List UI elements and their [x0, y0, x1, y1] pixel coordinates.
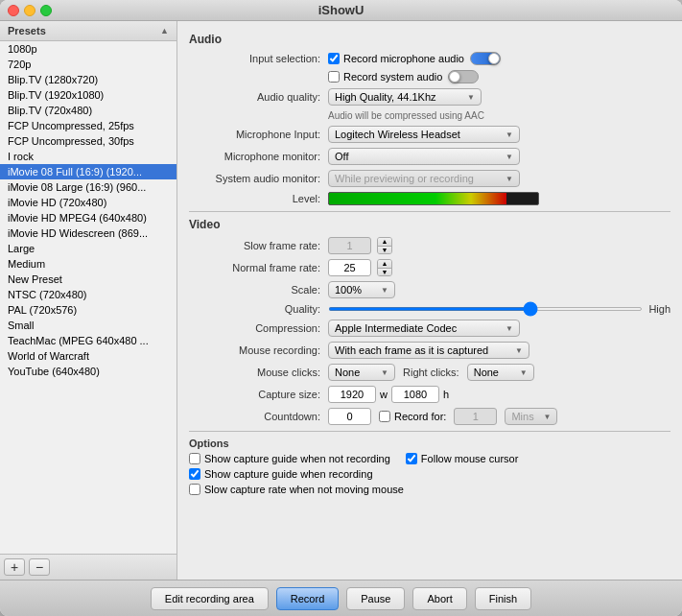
slow-frame-input[interactable]: [328, 237, 371, 254]
slow-frame-stepper[interactable]: ▲ ▼: [377, 237, 392, 254]
mic-input-value: Logitech Wireless Headset: [335, 129, 460, 140]
follow-mouse-cursor-checkbox[interactable]: [406, 453, 417, 464]
list-item[interactable]: Medium: [0, 256, 176, 272]
record-system-label: Record system audio: [343, 71, 442, 83]
minimize-button[interactable]: [24, 5, 35, 16]
system-audio-monitor-value: While previewing or recording: [335, 173, 474, 184]
capture-size-control: w h: [328, 386, 670, 403]
quality-high-label: High: [648, 303, 670, 315]
follow-mouse-cursor-text: Follow mouse cursor: [421, 453, 518, 464]
record-mic-checkbox[interactable]: [328, 53, 340, 64]
follow-mouse-cursor-label[interactable]: Follow mouse cursor: [406, 453, 518, 464]
list-item[interactable]: iMovie HD Widescreen (869...: [0, 225, 176, 241]
normal-frame-label: Normal frame rate:: [189, 262, 328, 273]
list-item[interactable]: Small: [0, 318, 176, 333]
add-preset-button[interactable]: +: [4, 558, 25, 576]
audio-quality-note: Audio will be compressed using AAC: [328, 110, 670, 121]
list-item-selected[interactable]: iMovie 08 Full (16:9) (1920...: [0, 164, 176, 179]
normal-frame-up[interactable]: ▲: [378, 260, 391, 269]
record-for-checkbox-label[interactable]: Record for:: [379, 411, 446, 422]
record-for-input[interactable]: [454, 408, 497, 425]
edit-recording-area-button[interactable]: Edit recording area: [151, 587, 269, 610]
list-item[interactable]: YouTube (640x480): [0, 364, 176, 379]
list-item[interactable]: Blip.TV (1280x720): [0, 72, 176, 87]
record-system-checkbox[interactable]: [328, 71, 340, 83]
list-item[interactable]: iMovie HD MPEG4 (640x480): [0, 210, 176, 225]
capture-height-input[interactable]: [391, 386, 439, 403]
options-row1: Show capture guide when not recording Fo…: [189, 453, 670, 464]
audio-section-title: Audio: [189, 33, 670, 46]
mouse-recording-dropdown[interactable]: With each frame as it is captured ▼: [328, 342, 529, 359]
sidebar-scroll-up[interactable]: ▲: [160, 26, 169, 36]
list-item[interactable]: PAL (720x576): [0, 302, 176, 318]
mouse-recording-label: Mouse recording:: [189, 344, 328, 356]
mouse-clicks-arrow: ▼: [381, 368, 388, 377]
quality-row: Quality: High: [189, 303, 670, 315]
slow-capture-rate-label[interactable]: Slow capture rate when not moving mouse: [189, 484, 670, 495]
close-button[interactable]: [8, 5, 19, 16]
list-item[interactable]: 720p: [0, 57, 176, 72]
normal-frame-down[interactable]: ▼: [378, 269, 391, 276]
record-button[interactable]: Record: [276, 587, 339, 610]
list-item[interactable]: World of Warcraft: [0, 348, 176, 364]
record-for-unit-dropdown[interactable]: Mins ▼: [505, 408, 557, 425]
list-item[interactable]: Large: [0, 241, 176, 256]
scale-value: 100%: [335, 284, 362, 296]
list-item[interactable]: 1080p: [0, 41, 176, 57]
presets-list: 1080p 720p Blip.TV (1280x720) Blip.TV (1…: [0, 41, 176, 554]
show-guide-not-recording-label[interactable]: Show capture guide when not recording: [189, 453, 390, 464]
compression-control: Apple Intermediate Codec ▼: [328, 320, 670, 337]
titlebar: iShowU: [0, 0, 682, 21]
countdown-row: Countdown: Record for: Mins ▼: [189, 408, 670, 425]
scale-arrow: ▼: [381, 286, 388, 295]
compression-arrow: ▼: [506, 324, 513, 333]
pause-button[interactable]: Pause: [346, 587, 405, 610]
mic-monitor-dropdown[interactable]: Off ▼: [328, 148, 520, 165]
record-system-checkbox-label[interactable]: Record system audio: [328, 71, 442, 83]
abort-button[interactable]: Abort: [412, 587, 466, 610]
mic-input-dropdown[interactable]: Logitech Wireless Headset ▼: [328, 126, 520, 143]
audio-video-divider: [189, 211, 670, 212]
compression-dropdown[interactable]: Apple Intermediate Codec ▼: [328, 320, 520, 337]
list-item[interactable]: FCP Uncompressed, 30fps: [0, 133, 176, 149]
slow-frame-up[interactable]: ▲: [378, 238, 391, 247]
normal-frame-stepper[interactable]: ▲ ▼: [377, 259, 392, 276]
system-audio-monitor-dropdown[interactable]: While previewing or recording ▼: [328, 170, 520, 187]
countdown-input[interactable]: [328, 408, 371, 425]
quality-slider[interactable]: [328, 307, 643, 311]
compression-value: Apple Intermediate Codec: [335, 322, 457, 334]
scale-label: Scale:: [189, 284, 328, 296]
record-mic-checkbox-label[interactable]: Record microphone audio: [328, 53, 464, 64]
capture-width-input[interactable]: [328, 386, 376, 403]
normal-frame-input[interactable]: [328, 259, 371, 276]
toggle-knob-2: [449, 71, 460, 83]
list-item[interactable]: TeachMac (MPEG 640x480 ...: [0, 333, 176, 348]
list-item[interactable]: New Preset: [0, 272, 176, 287]
mouse-clicks-dropdown[interactable]: None ▼: [328, 364, 395, 381]
record-mic-label: Record microphone audio: [343, 53, 464, 64]
show-guide-recording-label[interactable]: Show capture guide when recording: [189, 468, 670, 480]
record-mic-toggle[interactable]: [470, 52, 501, 65]
list-item[interactable]: Blip.TV (720x480): [0, 103, 176, 118]
maximize-button[interactable]: [40, 5, 52, 16]
list-item[interactable]: NTSC (720x480): [0, 287, 176, 302]
record-system-toggle[interactable]: [448, 70, 479, 83]
remove-preset-button[interactable]: −: [29, 558, 50, 576]
right-clicks-dropdown[interactable]: None ▼: [467, 364, 534, 381]
slow-frame-down[interactable]: ▼: [378, 247, 391, 254]
finish-button[interactable]: Finish: [475, 587, 531, 610]
record-system-row: Record system audio: [189, 70, 670, 83]
slow-capture-rate-checkbox[interactable]: [189, 484, 200, 495]
audio-quality-dropdown[interactable]: High Quality, 44.1Khz ▼: [328, 88, 482, 106]
record-for-checkbox[interactable]: [379, 411, 390, 422]
scale-dropdown[interactable]: 100% ▼: [328, 281, 395, 298]
list-item[interactable]: FCP Uncompressed, 25fps: [0, 118, 176, 133]
list-item[interactable]: iMovie HD (720x480): [0, 195, 176, 210]
list-item[interactable]: iMovie 08 Large (16:9) (960...: [0, 179, 176, 195]
quality-label: Quality:: [189, 303, 328, 315]
show-guide-not-recording-checkbox[interactable]: [189, 453, 200, 464]
list-item[interactable]: Blip.TV (1920x1080): [0, 87, 176, 103]
mic-monitor-row: Microphone monitor: Off ▼: [189, 148, 670, 165]
list-item[interactable]: I rock: [0, 149, 176, 164]
show-guide-recording-checkbox[interactable]: [189, 468, 200, 480]
